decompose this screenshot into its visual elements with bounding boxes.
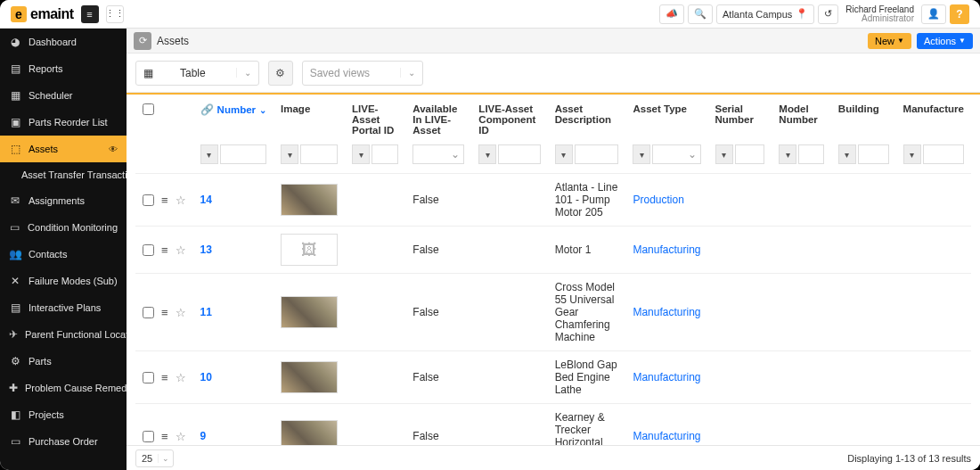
row-menu-button[interactable]: ≡ [161,194,168,207]
asset-number-link[interactable]: 14 [200,194,212,206]
asset-number-link[interactable]: 9 [200,430,207,442]
settings-button[interactable]: ⚙ [268,61,293,86]
user-menu-button[interactable]: 👤 [921,4,946,24]
column-header[interactable]: Asset Description [548,95,626,141]
star-icon[interactable]: ☆ [176,194,186,207]
filter-input[interactable] [858,144,889,164]
column-header[interactable]: Manufacture [896,95,971,141]
sidebar-icon: ⬚ [9,143,21,155]
row-checkbox[interactable] [143,307,154,318]
sidebar-item-problem-cause-remedy[interactable]: ✚Problem Cause Remedy [0,375,127,401]
person-icon: 👤 [927,8,940,20]
filter-button[interactable]: ▾ [633,144,650,164]
sidebar-item-parent-functional-locations[interactable]: ✈Parent Functional Locations [0,321,127,348]
filter-button[interactable]: ▾ [555,144,573,164]
filter-input[interactable] [798,144,824,164]
row-checkbox[interactable] [143,372,154,383]
asset-number-link[interactable]: 11 [200,306,212,318]
menu-toggle-button[interactable]: ≡ [81,5,99,23]
saved-views-selector[interactable]: Saved views ⌄ [302,61,423,86]
column-header[interactable]: 🔗 Number ⌄ [193,95,274,141]
sidebar-item-failure-modes-sub-[interactable]: ✕Failure Modes (Sub) [0,268,127,294]
asset-thumbnail[interactable] [281,420,338,445]
filter-input[interactable] [300,144,338,164]
view-type-selector[interactable]: ▦ Table ⌄ [135,61,259,86]
column-header[interactable]: Asset Type [625,95,707,141]
asset-type-link[interactable]: Manufacturing [633,306,700,318]
filter-button[interactable]: ▾ [478,144,496,164]
row-menu-button[interactable]: ≡ [161,306,168,319]
filter-button[interactable]: ▾ [779,144,796,164]
row-menu-button[interactable]: ≡ [161,430,168,443]
filter-button[interactable]: ▾ [200,144,218,164]
star-icon[interactable]: ☆ [176,306,186,319]
sidebar-item-contacts[interactable]: 👥Contacts [0,241,127,268]
app-switcher-button[interactable]: ⋮⋮ [106,5,124,23]
row-menu-button[interactable]: ≡ [161,243,168,257]
star-icon[interactable]: ☆ [176,243,186,257]
filter-input[interactable] [735,144,765,164]
new-button[interactable]: New▼ [868,33,911,49]
filter-input[interactable] [923,144,964,164]
column-header[interactable]: LIVE-Asset Component ID [471,95,547,141]
sidebar-item-scheduler[interactable]: ▦Scheduler [0,82,127,109]
filter-input[interactable] [220,144,266,164]
filter-input[interactable] [372,144,398,164]
asset-number-link[interactable]: 10 [200,371,212,383]
asset-type-link[interactable]: Manufacturing [633,430,700,442]
sidebar-item-asset-transfer-transaction[interactable]: Asset Transfer Transaction [0,162,127,187]
sidebar-item-assets[interactable]: ⬚Assets👁 [0,136,127,162]
page-size-selector[interactable]: 25 ⌄ [135,449,174,467]
row-menu-button[interactable]: ≡ [161,371,168,384]
asset-thumbnail[interactable] [281,361,338,393]
column-header[interactable]: Image [274,95,345,141]
select-all-checkbox[interactable] [143,103,154,115]
filter-button[interactable]: ▾ [352,144,370,164]
column-header[interactable]: Building [831,95,896,141]
asset-thumbnail[interactable] [281,184,338,216]
sidebar-item-condition-monitoring[interactable]: ▭Condition Monitoring [0,214,127,241]
row-checkbox[interactable] [143,194,154,206]
column-header[interactable] [135,95,193,141]
sidebar-item-label: Parts Reorder List [29,117,108,128]
column-header[interactable]: Serial Number [708,95,772,141]
star-icon[interactable]: ☆ [176,430,186,443]
asset-thumbnail[interactable] [281,296,338,328]
asset-number-link[interactable]: 13 [200,243,212,256]
location-selector[interactable]: Atlanta Campus 📍 [716,4,814,24]
sidebar-item-interactive-plans[interactable]: ▤Interactive Plans [0,294,127,321]
row-checkbox[interactable] [143,244,154,256]
filter-button[interactable]: ▾ [281,144,298,164]
asset-type-link[interactable]: Manufacturing [633,371,700,383]
star-icon[interactable]: ☆ [176,371,186,384]
filter-input[interactable] [575,144,619,164]
actions-button[interactable]: Actions▼ [917,33,973,49]
filter-button[interactable]: ▾ [838,144,856,164]
asset-type-link[interactable]: Manufacturing [633,243,700,256]
sidebar-icon: ▤ [9,301,21,314]
sidebar-item-projects[interactable]: ◧Projects [0,401,127,428]
sidebar-icon: ▣ [9,116,21,128]
sidebar-item-parts[interactable]: ⚙Parts [0,348,127,375]
column-header[interactable]: Available In LIVE-Asset [405,95,471,141]
history-button[interactable]: ↺ [818,4,838,24]
filter-dropdown[interactable]: ⌄ [652,144,700,164]
filter-button[interactable]: ▾ [715,144,733,164]
row-checkbox[interactable] [143,431,154,442]
sidebar-item-dashboard[interactable]: ◕Dashboard [0,29,127,55]
filter-button[interactable]: ▾ [903,144,921,164]
asset-type-link[interactable]: Production [633,194,683,206]
help-button[interactable]: ? [950,4,969,24]
filter-input[interactable] [498,144,540,164]
column-header[interactable]: Model Number [772,95,831,141]
refresh-button[interactable]: ⟳ [134,32,151,50]
search-button[interactable]: 🔍 [688,4,713,24]
eye-icon: 👁 [109,144,118,154]
column-header[interactable]: LIVE-Asset Portal ID [345,95,405,141]
sidebar-item-purchase-order[interactable]: ▭Purchase Order [0,428,127,455]
sidebar-item-assignments[interactable]: ✉Assignments [0,187,127,214]
announcements-button[interactable]: 📣 [659,4,684,24]
sidebar-item-parts-reorder-list[interactable]: ▣Parts Reorder List [0,109,127,136]
filter-dropdown[interactable]: ⌄ [412,144,464,164]
sidebar-item-reports[interactable]: ▤Reports [0,55,127,82]
